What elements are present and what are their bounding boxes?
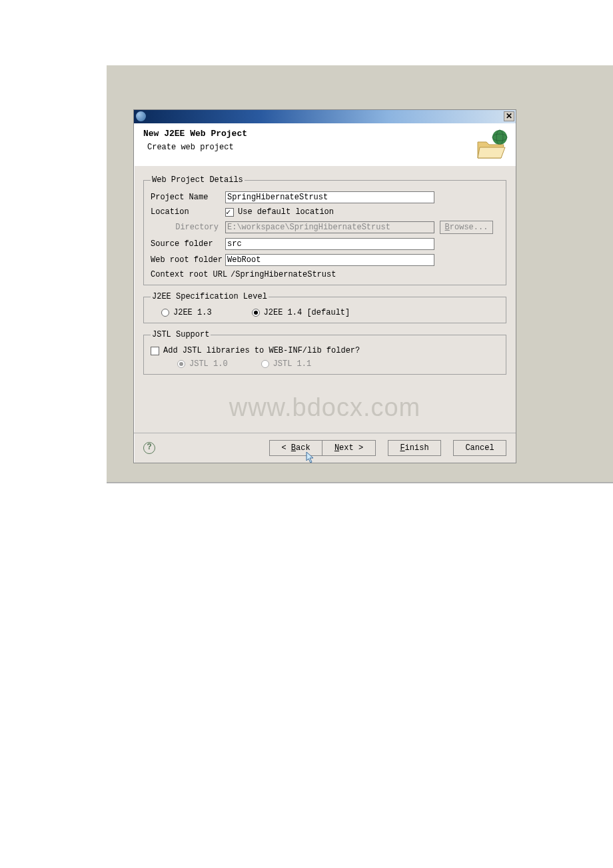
help-icon[interactable]: ? [143, 442, 155, 454]
j2ee-14-label: J2EE 1.4 [default] [264, 308, 350, 317]
app-icon [136, 111, 146, 121]
spec-legend: J2EE Specification Level [151, 292, 269, 301]
button-bar: ? < Back Next > Finish Cancel [134, 433, 516, 463]
dialog-subtitle: Create web project [143, 143, 506, 152]
close-button[interactable]: ✕ [504, 111, 514, 121]
j2ee-spec-group: J2EE Specification Level J2EE 1.3 J2EE 1… [143, 292, 506, 323]
directory-input [225, 221, 434, 233]
j2ee-13-label: J2EE 1.3 [173, 308, 212, 317]
finish-button[interactable]: Finish [388, 440, 441, 456]
web-root-folder-input[interactable] [225, 254, 434, 266]
cancel-button[interactable]: Cancel [453, 440, 506, 456]
dialog-content: Web Project Details Project Name Locatio… [134, 166, 516, 433]
context-root-value: /SpringHibernateStrust [229, 270, 499, 279]
source-folder-input[interactable] [225, 238, 434, 250]
details-legend: Web Project Details [151, 175, 245, 185]
use-default-location-label: Use default location [238, 207, 334, 217]
add-jstl-checkbox[interactable] [151, 347, 159, 355]
watermark-text: www.bdocx.com [143, 393, 506, 422]
j2ee-13-radio[interactable]: J2EE 1.3 [161, 308, 212, 317]
web-root-folder-label: Web root folder [151, 255, 225, 265]
jstl-support-group: JSTL Support Add JSTL libraries to WEB-I… [143, 330, 506, 375]
jstl-11-radio: JSTL 1.1 [261, 359, 312, 369]
location-label: Location [151, 207, 225, 217]
jstl-legend: JSTL Support [151, 330, 211, 339]
directory-label: Directory [151, 223, 225, 232]
dialog-header: New J2EE Web Project Create web project [134, 123, 516, 166]
new-project-dialog: ✕ New J2EE Web Project Create web projec… [133, 109, 516, 463]
jstl-10-radio: JSTL 1.0 [177, 359, 228, 369]
folder-globe-icon [474, 129, 509, 159]
web-project-details-group: Web Project Details Project Name Locatio… [143, 175, 506, 285]
jstl-11-label: JSTL 1.1 [273, 359, 312, 369]
add-jstl-label: Add JSTL libraries to WEB-INF/lib folder… [163, 346, 360, 355]
context-root-label: Context root URL [151, 270, 229, 279]
j2ee-14-radio[interactable]: J2EE 1.4 [default] [252, 308, 350, 317]
svg-point-0 [492, 130, 507, 145]
back-button[interactable]: < Back [269, 440, 322, 456]
next-button[interactable]: Next > [322, 440, 376, 456]
use-default-location-checkbox[interactable] [225, 208, 234, 217]
dialog-title: New J2EE Web Project [143, 129, 506, 139]
project-name-label: Project Name [151, 193, 225, 202]
project-name-input[interactable] [225, 191, 434, 203]
source-folder-label: Source folder [151, 239, 225, 249]
browse-button: Browse... [440, 221, 493, 234]
title-bar: ✕ [134, 110, 516, 123]
jstl-10-label: JSTL 1.0 [189, 359, 228, 369]
